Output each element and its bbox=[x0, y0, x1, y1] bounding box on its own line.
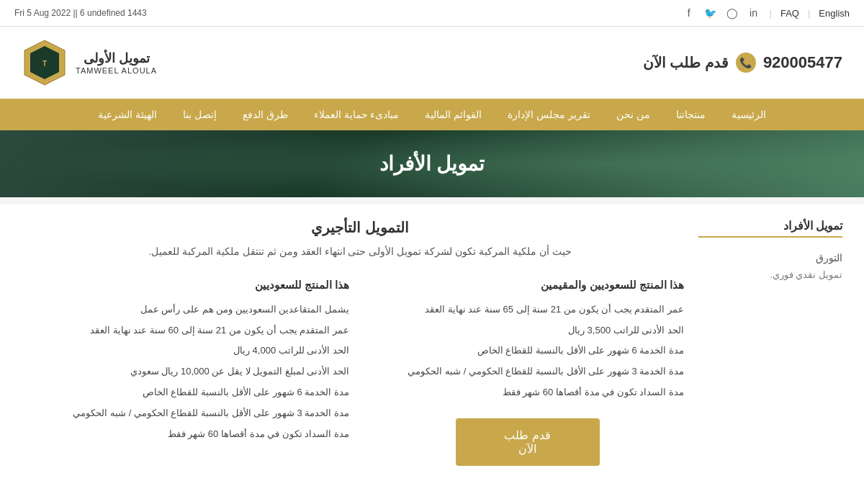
social-icons: in ◯ 🐦 f bbox=[682, 6, 761, 20]
top-bar-date: Fri 5 Aug 2022 || 6 undefined 1443 bbox=[14, 8, 147, 18]
sidebar: تمويل الأفراد التورق تمويل نقدي فوري. bbox=[698, 219, 842, 466]
right-item-0: يشمل المتقاعدين السعوديين ومن هم على رأس… bbox=[36, 302, 349, 318]
breadcrumb-area bbox=[0, 197, 864, 204]
language-selector[interactable]: English bbox=[819, 8, 850, 19]
nav-item-home[interactable]: الرئيسية bbox=[719, 99, 779, 130]
faq-link[interactable]: FAQ bbox=[780, 8, 799, 19]
twitter-icon[interactable]: 🐦 bbox=[703, 6, 718, 20]
left-item-1: الحد الأدنى للراتب 3,500 ريال bbox=[371, 323, 684, 338]
facebook-icon[interactable]: f bbox=[682, 6, 696, 20]
linkedin-icon[interactable]: in bbox=[747, 6, 761, 20]
two-columns: هذا المنتج للسعوديين والمقيمين عمر المتق… bbox=[36, 279, 684, 466]
header-left: 920005477 📞 قدم طلب الآن bbox=[643, 53, 842, 73]
nav-item-sharia[interactable]: الهيئة الشرعية bbox=[85, 99, 170, 130]
divider2: | bbox=[770, 8, 772, 19]
right-item-3: الحد الأدنى لمبلغ التمويل لا يقل عن 10,0… bbox=[36, 364, 349, 379]
nav-item-customer-protection[interactable]: مبادىء حماية العملاء bbox=[301, 99, 413, 130]
col-saudis: هذا المنتج للسعوديين يشمل المتقاعدين الس… bbox=[36, 279, 349, 466]
cta-header[interactable]: قدم طلب الآن bbox=[643, 54, 729, 71]
right-item-1: عمر المتقدم يجب أن يكون من 21 سنة إلى 60… bbox=[36, 323, 349, 338]
phone-number[interactable]: 920005477 bbox=[763, 53, 842, 72]
sidebar-title: تمويل الأفراد bbox=[698, 219, 842, 238]
divider: | bbox=[808, 8, 810, 19]
hero-title: تمويل الأفراد bbox=[14, 152, 850, 176]
nav-item-board-report[interactable]: تقرير مجلس الإدارة bbox=[495, 99, 603, 130]
left-item-4: مدة السداد تكون في مدة أقصاها 60 شهر فقط bbox=[371, 385, 684, 400]
product-title: التمويل التأجيري bbox=[36, 219, 684, 236]
top-bar-left: English | FAQ | in ◯ 🐦 f bbox=[682, 6, 850, 20]
left-item-3: مدة الخدمة 3 شهور على الأقل بالنسبة للقط… bbox=[371, 364, 684, 379]
nav-item-about[interactable]: من نحن bbox=[603, 99, 663, 130]
col-residents-header: هذا المنتج للسعوديين والمقيمين bbox=[371, 279, 684, 292]
sidebar-link-tawruq[interactable]: التورق bbox=[698, 248, 842, 267]
top-bar: English | FAQ | in ◯ 🐦 f Fri 5 Aug 2022 … bbox=[0, 0, 864, 27]
left-item-2: مدة الخدمة 6 شهور على الأقل بالنسبة للقط… bbox=[371, 343, 684, 359]
nav-item-contact[interactable]: إتصل بنا bbox=[170, 99, 230, 130]
instagram-icon[interactable]: ◯ bbox=[725, 6, 739, 20]
main-content: تمويل الأفراد التورق تمويل نقدي فوري. ال… bbox=[0, 204, 864, 480]
logo-hex-icon: T bbox=[22, 37, 68, 88]
main-nav: الرئيسية منتجاتنا من نحن تقرير مجلس الإد… bbox=[0, 99, 864, 130]
col-residents: هذا المنتج للسعوديين والمقيمين عمر المتق… bbox=[371, 279, 684, 466]
svg-text:T: T bbox=[42, 60, 47, 68]
nav-item-products[interactable]: منتجاتنا bbox=[663, 99, 719, 130]
apply-button[interactable]: قدم طلب الآن bbox=[456, 418, 600, 466]
right-item-2: الحد الأدنى للراتب 4,000 ريال bbox=[36, 343, 349, 359]
right-item-4: مدة الخدمة 6 شهور على الأقل بالنسبة للقط… bbox=[36, 385, 349, 400]
right-item-5: مدة الخدمة 3 شهور على الأقل بالنسبة للقط… bbox=[36, 406, 349, 421]
right-item-6: مدة السداد تكون في مدة أقصاها 60 شهر فقط bbox=[36, 427, 349, 442]
logo-text: تمويل الأولى TAMWEEL ALOULA bbox=[76, 50, 157, 75]
phone-icon: 📞 bbox=[736, 53, 756, 73]
header: 920005477 📞 قدم طلب الآن تمويل الأولى TA… bbox=[0, 27, 864, 99]
nav-item-payment[interactable]: طرق الدفع bbox=[230, 99, 301, 130]
nav-item-financials[interactable]: القوائم المالية bbox=[412, 99, 495, 130]
left-item-0: عمر المتقدم يجب أن يكون من 21 سنة إلى 65… bbox=[371, 302, 684, 318]
col-saudis-header: هذا المنتج للسعوديين bbox=[36, 279, 349, 292]
content-area: التمويل التأجيري حيث أن ملكية المركبة تك… bbox=[22, 219, 698, 466]
logo[interactable]: تمويل الأولى TAMWEEL ALOULA T bbox=[22, 37, 157, 88]
logo-arabic: تمويل الأولى bbox=[76, 50, 157, 66]
sidebar-sub-tawruq: تمويل نقدي فوري. bbox=[698, 267, 842, 282]
product-description: حيث أن ملكية المركبة تكون لشركة تمويل ال… bbox=[36, 243, 684, 261]
hero-banner: تمويل الأفراد bbox=[0, 130, 864, 197]
logo-latin: TAMWEEL ALOULA bbox=[76, 66, 157, 75]
date-display: Fri 5 Aug 2022 || 6 undefined 1443 bbox=[14, 8, 147, 18]
